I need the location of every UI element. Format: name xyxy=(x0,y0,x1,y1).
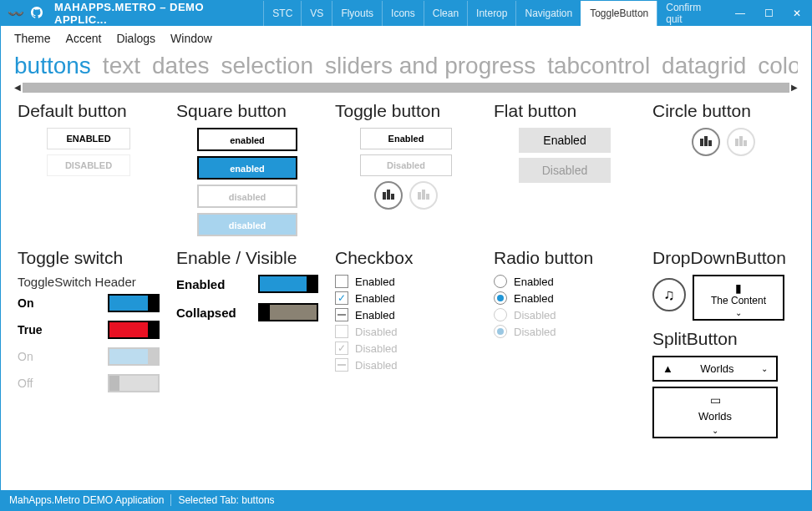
github-icon[interactable] xyxy=(31,7,43,21)
cmd-tab-flyouts[interactable]: Flyouts xyxy=(332,1,382,26)
svg-rect-7 xyxy=(704,136,708,146)
city-icon xyxy=(417,187,430,204)
toggle-switch-disabled-off xyxy=(108,374,160,392)
section-title: Default button xyxy=(18,101,160,121)
svg-rect-4 xyxy=(422,190,425,200)
toggle-button-enabled[interactable]: Enabled xyxy=(360,128,452,149)
checkbox-label: Enabled xyxy=(355,276,395,288)
city-icon xyxy=(382,187,395,204)
enable-visible-section: Enable / Visible Enabled Collapsed xyxy=(176,248,318,438)
section-title: SplitButton xyxy=(652,329,794,349)
cmd-tab-vs[interactable]: VS xyxy=(301,1,332,26)
default-button-enabled[interactable]: ENABLED xyxy=(47,128,130,149)
radio-checked-disabled xyxy=(494,325,507,338)
split-button-1[interactable]: ▲ Worlds ⌄ xyxy=(652,356,778,382)
cmd-tab-togglebutton[interactable]: ToggleButton xyxy=(581,1,657,26)
checkbox-checked[interactable]: ✓ xyxy=(335,291,348,305)
window-command-tabs: STC VS Flyouts Icons Clean Interop Navig… xyxy=(263,1,726,26)
circle-button-section: Circle button xyxy=(652,101,794,241)
enabled-switch[interactable] xyxy=(258,275,318,293)
flat-button-section: Flat button Enabled Disabled xyxy=(494,101,636,241)
switch-label: On xyxy=(18,350,33,363)
radio-checked[interactable] xyxy=(494,291,507,305)
tab-dates[interactable]: dates xyxy=(152,53,210,79)
radio-label: Enabled xyxy=(514,292,554,305)
checkbox-unchecked[interactable] xyxy=(335,275,348,288)
radio-label: Disabled xyxy=(514,309,556,321)
book-icon: ▭ xyxy=(662,393,768,407)
radio-label: Enabled xyxy=(514,276,554,288)
music-note-icon: ♫ xyxy=(663,286,675,304)
content-area: Default button ENABLED DISABLED Square b… xyxy=(1,93,811,447)
menu-window[interactable]: Window xyxy=(170,32,212,45)
menu-dialogs[interactable]: Dialogs xyxy=(116,32,155,45)
tab-text[interactable]: text xyxy=(103,53,140,79)
section-title: Circle button xyxy=(652,101,794,121)
tab-sliders[interactable]: sliders and progress xyxy=(325,53,535,79)
toggle-switch-section: Toggle switch ToggleSwitch Header On Tru… xyxy=(18,248,160,438)
cmd-tab-confirm-quit[interactable]: Confirm quit xyxy=(657,1,726,26)
section-title: Toggle button xyxy=(335,101,477,121)
cmd-tab-navigation[interactable]: Navigation xyxy=(515,1,581,26)
tab-tabcontrol[interactable]: tabcontrol xyxy=(547,53,650,79)
maximize-button[interactable]: ☐ xyxy=(754,1,783,26)
status-separator xyxy=(170,494,171,506)
svg-rect-6 xyxy=(700,139,703,146)
dropdown-content-label: The Content xyxy=(698,295,779,306)
menu-theme[interactable]: Theme xyxy=(14,32,51,45)
checkbox-label: Disabled xyxy=(355,359,398,372)
cmd-tab-stc[interactable]: STC xyxy=(263,1,301,26)
default-button-disabled: DISABLED xyxy=(47,154,130,176)
tab-datagrid[interactable]: datagrid xyxy=(662,53,746,79)
tab-colors[interactable]: colors xyxy=(758,53,798,79)
radio-empty[interactable] xyxy=(494,275,507,288)
toggle-switch-true[interactable] xyxy=(108,321,160,339)
toggle-switch-header: ToggleSwitch Header xyxy=(18,275,160,289)
warning-icon: ▲ xyxy=(662,362,673,375)
collapsed-switch[interactable] xyxy=(258,303,318,321)
circle-button-disabled xyxy=(727,128,755,156)
dropdown-button[interactable]: ▮ The Content ⌄ xyxy=(693,275,784,321)
svg-rect-1 xyxy=(387,190,390,200)
tab-scrollbar[interactable]: ◀ ▶ xyxy=(23,83,789,93)
chevron-down-icon: ⌄ xyxy=(662,426,768,435)
flat-button-enabled[interactable]: Enabled xyxy=(519,128,611,153)
toggle-circle-enabled[interactable] xyxy=(374,181,403,210)
checkbox-section: Checkbox Enabled ✓Enabled Enabled Disabl… xyxy=(335,248,477,438)
status-bar: MahApps.Metro DEMO Application Selected … xyxy=(1,490,811,510)
section-title: DropDownButton xyxy=(652,248,794,268)
svg-rect-3 xyxy=(418,192,421,200)
minimize-button[interactable]: — xyxy=(726,1,754,26)
scroll-right-icon[interactable]: ▶ xyxy=(791,83,798,92)
section-title: Toggle switch xyxy=(18,248,160,268)
radio-label: Disabled xyxy=(514,326,556,338)
toggle-switch-on[interactable] xyxy=(108,294,160,312)
svg-rect-2 xyxy=(391,194,394,200)
square-button-enabled[interactable]: enabled xyxy=(197,128,297,151)
split-button-2[interactable]: ▭ Worlds ⌄ xyxy=(652,387,778,438)
section-title: Checkbox xyxy=(335,248,477,268)
close-button[interactable]: ✕ xyxy=(783,1,811,26)
svg-rect-9 xyxy=(735,139,738,146)
checkbox-indeterminate[interactable] xyxy=(335,308,348,321)
music-icon-button[interactable]: ♫ xyxy=(652,278,686,311)
svg-rect-11 xyxy=(743,140,747,146)
svg-rect-5 xyxy=(426,194,429,200)
checkbox-checked-disabled: ✓ xyxy=(335,342,348,355)
tab-buttons[interactable]: buttons xyxy=(14,53,91,79)
section-title: Square button xyxy=(176,101,318,121)
section-title: Enable / Visible xyxy=(176,248,318,268)
section-title: Radio button xyxy=(494,248,636,268)
book-icon: ▮ xyxy=(698,281,779,295)
circle-button-enabled[interactable] xyxy=(692,128,720,156)
square-button-accent[interactable]: enabled xyxy=(197,156,297,180)
section-title: Flat button xyxy=(494,101,636,121)
mustache-icon: 〰️ xyxy=(8,6,24,22)
cmd-tab-interop[interactable]: Interop xyxy=(467,1,515,26)
cmd-tab-icons[interactable]: Icons xyxy=(382,1,424,26)
cmd-tab-clean[interactable]: Clean xyxy=(424,1,467,26)
tab-selection[interactable]: selection xyxy=(221,53,314,79)
scroll-left-icon[interactable]: ◀ xyxy=(14,83,21,92)
toggle-switch-disabled-on xyxy=(108,347,160,366)
menu-accent[interactable]: Accent xyxy=(66,32,102,45)
